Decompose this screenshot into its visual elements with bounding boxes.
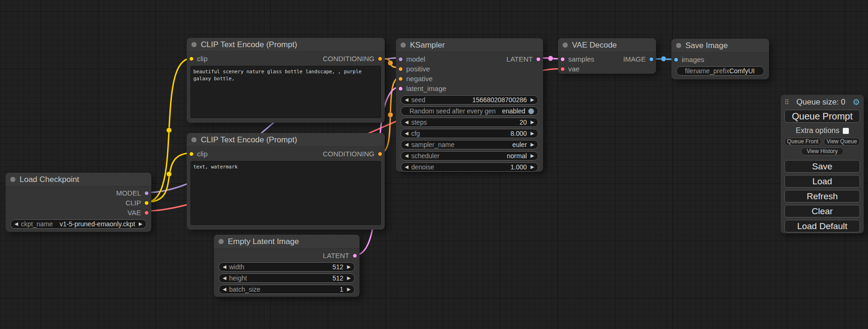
random-seed-toggle-widget[interactable]: Random seed after every gen enabled (401, 106, 538, 116)
node-empty-latent-image[interactable]: Empty Latent Image LATENT ◀ width 512 ▶ … (214, 235, 360, 297)
sampler-name-widget[interactable]: ◀ sampler_name euler ▶ (401, 140, 538, 149)
increment-arrow-icon[interactable]: ▶ (347, 276, 351, 280)
input-port-latent-image[interactable] (398, 86, 403, 91)
input-port-images[interactable] (674, 57, 678, 62)
node-vae-decode[interactable]: VAE Decode samples IMAGE vae (558, 38, 656, 74)
scheduler-widget[interactable]: ◀ scheduler normal ▶ (401, 151, 538, 161)
node-title: VAE Decode (572, 41, 617, 50)
node-title: Load Checkpoint (20, 175, 79, 184)
node-title-bar[interactable]: CLIP Text Encode (Prompt) (187, 133, 385, 147)
decrement-arrow-icon[interactable]: ◀ (405, 98, 409, 102)
decrement-arrow-icon[interactable]: ◀ (14, 222, 18, 226)
decrement-arrow-icon[interactable]: ◀ (223, 287, 226, 292)
node-save-image[interactable]: Save Image images filename_prefix ComfyU… (671, 39, 769, 79)
decrement-arrow-icon[interactable]: ◀ (405, 131, 409, 136)
load-button[interactable]: Load (784, 175, 860, 188)
decrement-arrow-icon[interactable]: ◀ (405, 142, 409, 147)
queue-prompt-button[interactable]: Queue Prompt (784, 110, 860, 123)
decrement-arrow-icon[interactable]: ◀ (405, 154, 409, 158)
settings-gear-icon[interactable]: ⚙ (853, 98, 860, 106)
output-port-conditioning[interactable] (378, 152, 382, 156)
increment-arrow-icon[interactable]: ▶ (530, 142, 534, 147)
node-title-bar[interactable]: KSampler (396, 38, 543, 52)
width-widget[interactable]: ◀ width 512 ▶ (219, 262, 355, 272)
filename-prefix-widget[interactable]: filename_prefix ComfyUI (676, 66, 764, 76)
output-port-latent[interactable] (353, 253, 357, 258)
increment-arrow-icon[interactable]: ▶ (347, 265, 351, 269)
output-label-latent: LATENT (323, 252, 349, 259)
view-queue-button[interactable]: View Queue (824, 138, 861, 146)
node-title-bar[interactable]: Load Checkpoint (6, 173, 151, 187)
node-load-checkpoint[interactable]: Load Checkpoint MODEL CLIP VAE ◀ ckpt_na… (6, 173, 151, 232)
decrement-arrow-icon[interactable]: ◀ (223, 265, 226, 269)
output-port-conditioning[interactable] (378, 56, 382, 61)
positive-prompt-textarea[interactable]: beautiful scenery nature glass bottle la… (191, 66, 381, 118)
collapse-dot-icon[interactable] (191, 137, 197, 142)
batch-size-widget[interactable]: ◀ batch_size 1 ▶ (219, 285, 355, 294)
input-port-positive[interactable] (398, 67, 403, 71)
increment-arrow-icon[interactable]: ▶ (530, 154, 534, 158)
load-default-button[interactable]: Load Default (784, 220, 860, 232)
node-title-bar[interactable]: CLIP Text Encode (Prompt) (187, 38, 385, 52)
node-graph-canvas[interactable]: Load Checkpoint MODEL CLIP VAE ◀ ckpt_na… (0, 0, 868, 329)
node-title-bar[interactable]: Empty Latent Image (214, 235, 360, 249)
input-port-samples[interactable] (560, 57, 565, 62)
ckpt-name-widget[interactable]: ◀ ckpt_name v1-5-pruned-emaonly.ckpt ▶ (10, 219, 147, 229)
decrement-arrow-icon[interactable]: ◀ (405, 165, 409, 169)
node-clip-text-encode-negative[interactable]: CLIP Text Encode (Prompt) clip CONDITION… (187, 133, 385, 230)
refresh-button[interactable]: Refresh (784, 190, 860, 203)
extra-options-checkbox[interactable] (843, 128, 849, 134)
input-label-clip: clip (197, 55, 208, 63)
negative-prompt-textarea[interactable]: text, watermark (191, 161, 381, 225)
collapse-dot-icon[interactable] (191, 42, 197, 47)
output-port-model[interactable] (144, 191, 149, 196)
clear-button[interactable]: Clear (784, 205, 860, 217)
increment-arrow-icon[interactable]: ▶ (530, 165, 534, 169)
input-port-clip[interactable] (189, 56, 194, 61)
widget-name: filename_prefix (685, 67, 729, 75)
view-history-button[interactable]: View History (801, 147, 844, 155)
input-label-model: model (406, 55, 425, 63)
steps-widget[interactable]: ◀ steps 20 ▶ (401, 118, 538, 127)
cfg-widget[interactable]: ◀ cfg 8.000 ▶ (401, 129, 538, 138)
increment-arrow-icon[interactable]: ▶ (139, 222, 142, 226)
seed-widget[interactable]: ◀ seed 156680208700286 ▶ (401, 95, 538, 105)
widget-value: euler (512, 141, 527, 148)
height-widget[interactable]: ◀ height 512 ▶ (219, 273, 355, 283)
widget-value: 156680208700286 (473, 96, 527, 104)
increment-arrow-icon[interactable]: ▶ (530, 120, 534, 125)
output-port-vae[interactable] (144, 210, 149, 215)
widget-value: normal (507, 152, 527, 160)
increment-arrow-icon[interactable]: ▶ (530, 131, 534, 136)
toggle-enabled-icon[interactable] (528, 108, 534, 114)
node-title-bar[interactable]: Save Image (671, 39, 769, 53)
output-port-latent[interactable] (536, 57, 541, 62)
save-button[interactable]: Save (784, 160, 860, 173)
collapse-dot-icon[interactable] (563, 42, 568, 48)
node-title: CLIP Text Encode (Prompt) (201, 40, 297, 49)
output-port-clip[interactable] (144, 201, 149, 205)
node-ksampler[interactable]: KSampler model LATENT positive negative (396, 38, 543, 172)
decrement-arrow-icon[interactable]: ◀ (405, 120, 409, 125)
decrement-arrow-icon[interactable]: ◀ (223, 276, 226, 280)
queue-front-button[interactable]: Queue Front (784, 138, 821, 146)
increment-arrow-icon[interactable]: ▶ (530, 98, 534, 102)
denoise-widget[interactable]: ◀ denoise 1.000 ▶ (401, 162, 538, 172)
collapse-dot-icon[interactable] (10, 177, 15, 182)
widget-name: seed (411, 96, 425, 104)
input-port-negative[interactable] (398, 77, 403, 81)
collapse-dot-icon[interactable] (676, 43, 681, 48)
widget-name: cfg (411, 130, 420, 137)
input-label-images: images (682, 56, 704, 63)
collapse-dot-icon[interactable] (401, 42, 406, 48)
node-title-bar[interactable]: VAE Decode (558, 38, 656, 52)
link-midpoint-dot (167, 172, 172, 177)
input-port-model[interactable] (398, 57, 403, 62)
output-port-image[interactable] (649, 57, 654, 62)
input-port-vae[interactable] (560, 67, 565, 71)
node-clip-text-encode-positive[interactable]: CLIP Text Encode (Prompt) clip CONDITION… (187, 38, 385, 123)
collapse-dot-icon[interactable] (219, 239, 224, 244)
drag-handle-icon[interactable]: ⠿ (784, 99, 789, 105)
increment-arrow-icon[interactable]: ▶ (347, 287, 351, 292)
input-port-clip[interactable] (189, 152, 194, 156)
